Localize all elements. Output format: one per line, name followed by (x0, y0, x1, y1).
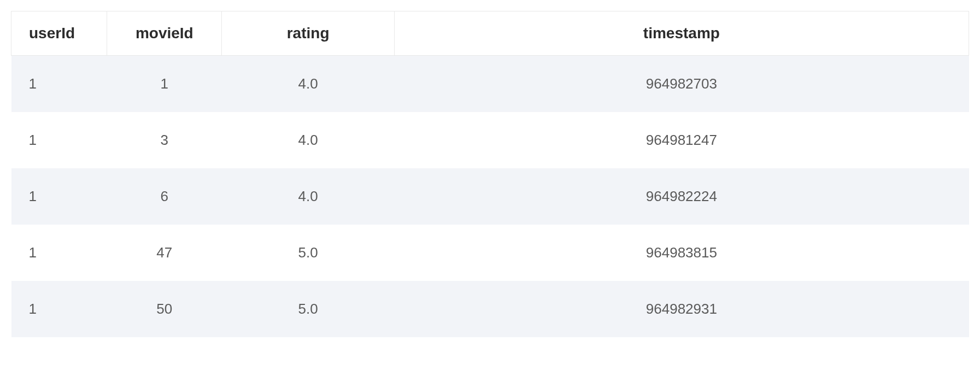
cell-userId: 1 (11, 56, 107, 113)
cell-timestamp: 964982224 (394, 168, 969, 225)
cell-movieId: 1 (107, 56, 222, 113)
table-header: userId movieId rating timestamp (11, 11, 969, 56)
table-body: 1 1 4.0 964982703 1 3 4.0 964981247 1 6 … (11, 56, 969, 338)
cell-rating: 4.0 (222, 56, 394, 113)
data-table: userId movieId rating timestamp 1 1 4.0 … (11, 11, 969, 337)
table-row: 1 1 4.0 964982703 (11, 56, 969, 113)
cell-movieId: 50 (107, 281, 222, 337)
cell-rating: 5.0 (222, 281, 394, 337)
table-header-row: userId movieId rating timestamp (11, 11, 969, 56)
column-header-userId: userId (11, 11, 107, 56)
column-header-movieId: movieId (107, 11, 222, 56)
cell-timestamp: 964981247 (394, 112, 969, 168)
cell-movieId: 6 (107, 168, 222, 225)
column-header-timestamp: timestamp (394, 11, 969, 56)
cell-timestamp: 964982931 (394, 281, 969, 337)
column-header-rating: rating (222, 11, 394, 56)
cell-movieId: 47 (107, 225, 222, 281)
cell-userId: 1 (11, 281, 107, 337)
table-row: 1 50 5.0 964982931 (11, 281, 969, 337)
cell-rating: 5.0 (222, 225, 394, 281)
table-row: 1 6 4.0 964982224 (11, 168, 969, 225)
cell-timestamp: 964983815 (394, 225, 969, 281)
data-table-container: userId movieId rating timestamp 1 1 4.0 … (11, 11, 969, 337)
cell-userId: 1 (11, 112, 107, 168)
table-row: 1 47 5.0 964983815 (11, 225, 969, 281)
table-row: 1 3 4.0 964981247 (11, 112, 969, 168)
cell-movieId: 3 (107, 112, 222, 168)
cell-rating: 4.0 (222, 112, 394, 168)
cell-userId: 1 (11, 168, 107, 225)
cell-rating: 4.0 (222, 168, 394, 225)
cell-timestamp: 964982703 (394, 56, 969, 113)
cell-userId: 1 (11, 225, 107, 281)
